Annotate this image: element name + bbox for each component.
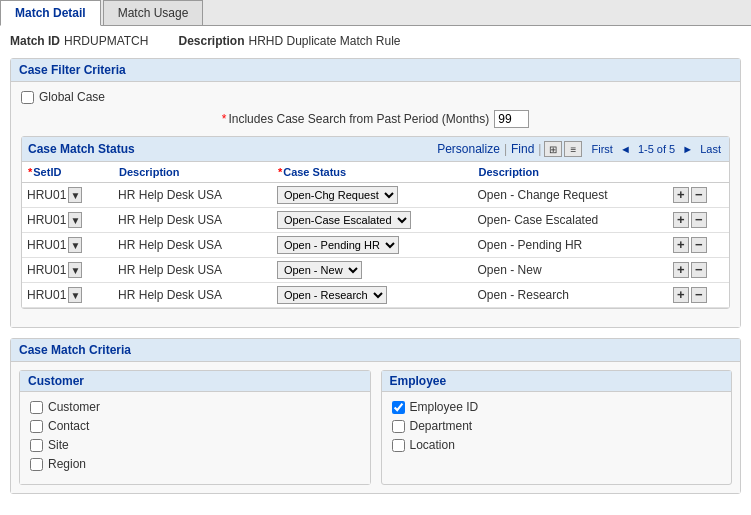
tab-match-detail[interactable]: Match Detail — [0, 0, 101, 26]
case-match-criteria-header: Case Match Criteria — [11, 339, 740, 362]
col-case-status: Case Status — [272, 162, 473, 183]
employee-checkbox-row: Employee ID — [392, 400, 722, 414]
cell-case-status-1: Open-Case Escalated — [272, 208, 473, 233]
customer-cb-3[interactable] — [30, 458, 43, 471]
case-status-select-0[interactable]: Open-Chg Request — [277, 186, 398, 204]
case-status-select-1[interactable]: Open-Case Escalated — [277, 211, 411, 229]
case-match-status-title: Case Match Status — [28, 142, 435, 156]
setid-dropdown-1[interactable]: ▼ — [68, 212, 82, 228]
add-row-btn-4[interactable]: + — [673, 287, 689, 303]
customer-cb-0[interactable] — [30, 401, 43, 414]
find-link[interactable]: Find — [511, 142, 534, 156]
nav-prev[interactable]: ◄ — [620, 143, 631, 155]
employee-cb-label-1: Department — [410, 419, 473, 433]
customer-box: Customer CustomerContactSiteRegion — [19, 370, 371, 485]
includes-row: * Includes Case Search from Past Period … — [21, 110, 730, 128]
cell-desc1-4: HR Help Desk USA — [113, 283, 272, 308]
case-filter-criteria-body: Global Case * Includes Case Search from … — [11, 82, 740, 327]
tab-bar: Match Detail Match Usage — [0, 0, 751, 26]
includes-months-input[interactable] — [494, 110, 529, 128]
cell-actions-4: + − — [668, 283, 729, 308]
global-case-row: Global Case — [21, 90, 730, 104]
setid-dropdown-0[interactable]: ▼ — [68, 187, 82, 203]
toolbar-sep-1: | — [504, 142, 507, 156]
table-row: HRU01 ▼ HR Help Desk USA Open - New Open… — [22, 258, 729, 283]
nav-last[interactable]: Last — [700, 143, 721, 155]
cell-case-status-2: Open - Pending HR — [272, 233, 473, 258]
employee-cb-2[interactable] — [392, 439, 405, 452]
match-id-label: Match ID — [10, 34, 60, 48]
cell-case-status-0: Open-Chg Request — [272, 183, 473, 208]
table-toolbar: Case Match Status Personalize | Find | ⊞… — [22, 137, 729, 162]
cell-setid-2: HRU01 ▼ — [22, 233, 113, 258]
customer-cb-label-1: Contact — [48, 419, 89, 433]
match-info-row: Match ID HRDUPMATCH Description HRHD Dup… — [10, 34, 741, 48]
case-filter-criteria-section: Case Filter Criteria Global Case * Inclu… — [10, 58, 741, 328]
match-desc-value: HRHD Duplicate Match Rule — [248, 34, 400, 48]
global-case-checkbox[interactable] — [21, 91, 34, 104]
setid-dropdown-2[interactable]: ▼ — [68, 237, 82, 253]
cell-setid-0: HRU01 ▼ — [22, 183, 113, 208]
remove-row-btn-2[interactable]: − — [691, 237, 707, 253]
includes-label: Includes Case Search from Past Period (M… — [228, 112, 489, 126]
remove-row-btn-3[interactable]: − — [691, 262, 707, 278]
col-desc2: Description — [473, 162, 668, 183]
table-row: HRU01 ▼ HR Help Desk USA Open - Research… — [22, 283, 729, 308]
toolbar-icon-list[interactable]: ≡ — [564, 141, 582, 157]
cell-status-desc-1: Open- Case Escalated — [473, 208, 668, 233]
customer-cb-2[interactable] — [30, 439, 43, 452]
cell-setid-4: HRU01 ▼ — [22, 283, 113, 308]
tab-match-detail-label: Match Detail — [15, 6, 86, 20]
customer-checkbox-row: Region — [30, 457, 360, 471]
remove-row-btn-4[interactable]: − — [691, 287, 707, 303]
tab-match-usage[interactable]: Match Usage — [103, 0, 204, 25]
add-row-btn-0[interactable]: + — [673, 187, 689, 203]
setid-dropdown-3[interactable]: ▼ — [68, 262, 82, 278]
case-match-criteria-title: Case Match Criteria — [19, 343, 131, 357]
global-case-label: Global Case — [39, 90, 105, 104]
nav-next[interactable]: ► — [682, 143, 693, 155]
add-row-btn-1[interactable]: + — [673, 212, 689, 228]
case-status-select-3[interactable]: Open - New — [277, 261, 362, 279]
setid-dropdown-4[interactable]: ▼ — [68, 287, 82, 303]
customer-cb-label-0: Customer — [48, 400, 100, 414]
cell-setid-3: HRU01 ▼ — [22, 258, 113, 283]
remove-row-btn-1[interactable]: − — [691, 212, 707, 228]
case-match-status-table: SetID Description Case Status Descriptio… — [22, 162, 729, 308]
cell-desc1-1: HR Help Desk USA — [113, 208, 272, 233]
col-desc1: Description — [113, 162, 272, 183]
case-filter-criteria-header: Case Filter Criteria — [11, 59, 740, 82]
cell-actions-3: + − — [668, 258, 729, 283]
cell-actions-1: + − — [668, 208, 729, 233]
case-match-criteria-body: Customer CustomerContactSiteRegion Emplo… — [11, 362, 740, 493]
employee-cb-label-0: Employee ID — [410, 400, 479, 414]
employee-cb-0[interactable] — [392, 401, 405, 414]
remove-row-btn-0[interactable]: − — [691, 187, 707, 203]
add-row-btn-2[interactable]: + — [673, 237, 689, 253]
cell-setid-1: HRU01 ▼ — [22, 208, 113, 233]
customer-cb-1[interactable] — [30, 420, 43, 433]
case-filter-title: Case Filter Criteria — [19, 63, 126, 77]
cell-case-status-3: Open - New — [272, 258, 473, 283]
cell-case-status-4: Open - Research — [272, 283, 473, 308]
cell-status-desc-0: Open - Change Request — [473, 183, 668, 208]
cell-status-desc-3: Open - New — [473, 258, 668, 283]
personalize-link[interactable]: Personalize — [437, 142, 500, 156]
employee-cb-1[interactable] — [392, 420, 405, 433]
add-row-btn-3[interactable]: + — [673, 262, 689, 278]
cell-actions-0: + − — [668, 183, 729, 208]
nav-first[interactable]: First — [591, 143, 612, 155]
table-row: HRU01 ▼ HR Help Desk USA Open - Pending … — [22, 233, 729, 258]
customer-cb-label-2: Site — [48, 438, 69, 452]
customer-checkbox-row: Site — [30, 438, 360, 452]
employee-checkbox-row: Department — [392, 419, 722, 433]
cell-status-desc-2: Open - Pending HR — [473, 233, 668, 258]
cell-actions-2: + − — [668, 233, 729, 258]
toolbar-icon-grid[interactable]: ⊞ — [544, 141, 562, 157]
required-star: * — [222, 112, 227, 126]
case-status-select-2[interactable]: Open - Pending HR — [277, 236, 399, 254]
employee-box: Employee Employee IDDepartmentLocation — [381, 370, 733, 485]
case-status-select-4[interactable]: Open - Research — [277, 286, 387, 304]
col-actions-header — [668, 162, 729, 183]
cell-desc1-3: HR Help Desk USA — [113, 258, 272, 283]
